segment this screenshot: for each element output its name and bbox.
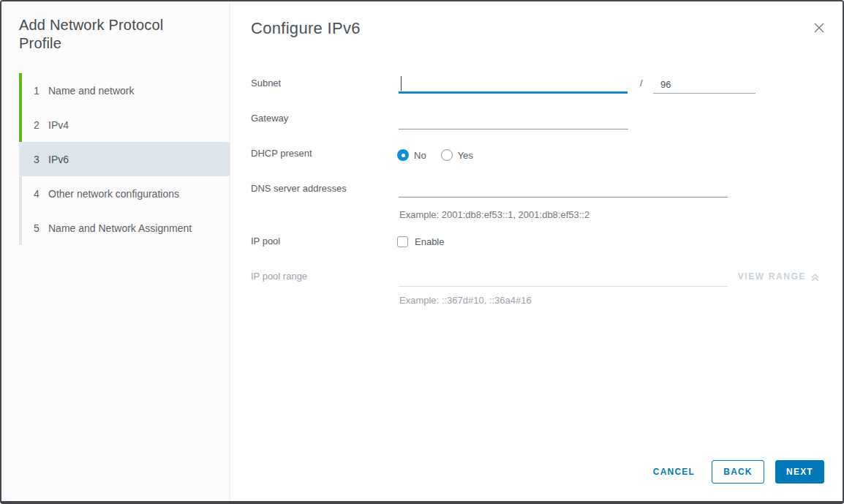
sidebar-step-name-and-network-assignment[interactable]: 5 Name and Network Assignment — [19, 211, 230, 245]
step-label: Other network configurations — [48, 188, 179, 200]
subnet-prefix-input[interactable] — [653, 75, 756, 94]
dhcp-yes-option[interactable]: Yes — [441, 149, 473, 161]
step-number: 1 — [34, 85, 44, 97]
ip-pool-enable-option: Enable — [397, 236, 444, 247]
view-range-label: VIEW RANGE — [738, 271, 806, 282]
step-number: 4 — [34, 188, 44, 200]
step-label: IPv4 — [48, 119, 69, 131]
dns-example-text: Example: 2001:db8:ef53::1, 2001:db8:ef53… — [399, 209, 589, 220]
sidebar-step-ipv4[interactable]: 2 IPv4 — [19, 108, 230, 142]
dhcp-yes-label: Yes — [458, 150, 473, 161]
text-cursor — [401, 76, 402, 91]
sidebar-step-name-and-network[interactable]: 1 Name and network — [19, 73, 230, 108]
ip-pool-label: IP pool — [251, 236, 280, 247]
subnet-input[interactable] — [399, 74, 628, 94]
configure-ipv6-panel: Configure IPv6 Subnet / Gateway DHCP pre… — [230, 1, 843, 501]
ip-pool-range-input[interactable] — [399, 268, 728, 287]
cancel-button[interactable]: CANCEL — [653, 467, 695, 477]
ip-pool-range-example-text: Example: ::367d#10, ::36a4#16 — [399, 295, 532, 306]
step-label: Name and network — [48, 85, 135, 97]
step-number: 3 — [34, 154, 44, 165]
subnet-label: Subnet — [251, 78, 281, 89]
ip-pool-enable-label: Enable — [415, 236, 444, 247]
wizard-steps: 1 Name and network 2 IPv4 3 IPv6 4 Other… — [19, 73, 230, 245]
radio-unselected-icon[interactable] — [441, 149, 453, 161]
sidebar-step-ipv6[interactable]: 3 IPv6 — [19, 142, 230, 176]
add-network-protocol-profile-dialog: Add Network Protocol Profile 1 Name and … — [0, 0, 844, 504]
double-chevron-up-icon — [810, 272, 820, 282]
step-label: IPv6 — [48, 154, 69, 165]
gateway-label: Gateway — [251, 113, 288, 124]
next-button[interactable]: NEXT — [775, 460, 824, 484]
close-icon[interactable] — [811, 20, 827, 37]
radio-selected-icon[interactable] — [397, 149, 409, 161]
step-number: 5 — [34, 222, 44, 234]
back-button[interactable]: BACK — [712, 460, 764, 484]
dns-server-addresses-input[interactable] — [399, 178, 728, 198]
gateway-input[interactable] — [399, 110, 628, 129]
wizard-sidebar: Add Network Protocol Profile 1 Name and … — [1, 1, 230, 501]
view-range-link[interactable]: VIEW RANGE — [738, 271, 820, 282]
ip-pool-range-label: IP pool range — [251, 271, 307, 282]
dhcp-present-radio-group: No Yes — [397, 149, 473, 161]
dns-server-addresses-label: DNS server addresses — [251, 183, 347, 194]
dhcp-no-label: No — [414, 150, 426, 161]
prefix-separator: / — [640, 78, 643, 89]
dialog-footer: CANCEL BACK NEXT — [653, 460, 824, 484]
step-number: 2 — [34, 119, 44, 131]
dhcp-present-label: DHCP present — [251, 148, 312, 159]
page-title: Configure IPv6 — [251, 19, 361, 38]
checkbox-unchecked-icon[interactable] — [397, 236, 408, 247]
dhcp-no-option[interactable]: No — [397, 149, 426, 161]
sidebar-step-other-network-configurations[interactable]: 4 Other network configurations — [19, 176, 230, 211]
wizard-title: Add Network Protocol Profile — [19, 16, 206, 53]
step-label: Name and Network Assignment — [48, 222, 192, 234]
